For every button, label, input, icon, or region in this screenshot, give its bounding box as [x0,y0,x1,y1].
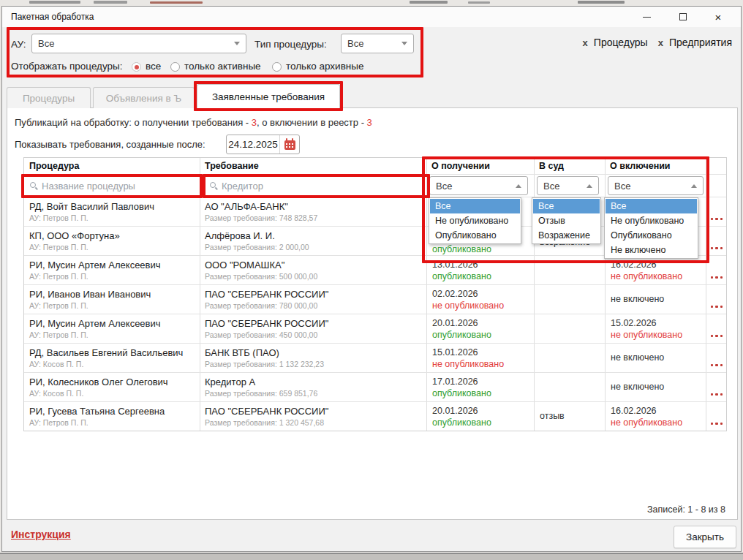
tab-announcements[interactable]: Объявления в Ъ [93,87,195,108]
creditor-search-placeholder: Кредитор [222,181,263,192]
cell-creditor: Кредитор А [205,377,255,387]
au-select[interactable]: Все [31,34,246,53]
dropdown-option[interactable]: Все [430,199,520,213]
tab-label: Объявления в Ъ [106,93,181,104]
row-actions-button[interactable] [706,298,728,311]
proc-type-label: Тип процедуры: [254,39,327,50]
inclusion-filter-select[interactable]: Все [608,176,704,195]
cell-procedure: РИ, Мусин Артем Алексеевич [29,318,161,329]
dropdown-option[interactable]: Все [533,199,600,213]
cell-procedure: РД, Войт Василий Павлович [29,201,154,212]
cell-receipt-date: 13.01.2026 [432,260,478,270]
column-header-procedure[interactable]: Процедура [24,158,200,174]
au-label: АУ: [11,39,26,50]
cell-inclusion-status: не опубликовано [611,330,682,340]
au-select-value: Все [38,38,234,49]
instruction-link[interactable]: Инструкция [11,529,71,540]
column-header-inclusion[interactable]: О включении [605,158,706,174]
dropdown-option[interactable]: Опубликовано [430,228,520,243]
cell-procedure: РД, Васильев Евгений Васильевич [29,347,183,358]
cell-procedure: РИ, Иванов Иван Иванович [29,289,151,300]
chevron-up-icon [516,184,521,188]
calendar-icon [284,140,295,150]
table-row[interactable]: РИ, Гусева Татьяна Сергеевна АУ: Петров … [24,401,726,431]
background-artifact [468,1,490,4]
maximize-button[interactable] [671,8,695,26]
titlebar-actions: x Процедуры x Предприятия [583,37,732,48]
receipt-filter-dropdown: Все Не опубликовано Опубликовано [429,197,521,244]
chevron-down-icon [401,42,407,45]
row-actions-button[interactable] [706,356,728,369]
cell-amount: Размер требования: 500 000,00 [205,272,317,281]
display-procedures-label: Отображать процедуры: [11,61,123,72]
background-artifact [94,1,127,4]
receipt-filter-select[interactable]: Все [429,176,528,195]
dropdown-option[interactable]: Опубликовано [606,228,697,243]
dropdown-option[interactable]: Не опубликовано [430,213,520,228]
table-row[interactable]: РИ, Иванов Иван Иванович АУ: Петров П. П… [24,284,726,314]
column-header-claim[interactable]: Требование [200,158,426,174]
cell-amount: Размер требования: 659 851,76 [205,389,317,398]
row-actions-button[interactable] [706,415,728,428]
cell-receipt-status: опубликовано [432,417,491,428]
chevron-up-icon [587,184,592,188]
cell-procedure: КП, ООО «Фортуна» [29,230,120,241]
background-artifact [578,1,625,4]
cell-amount: Размер требования: 748 828,57 [205,213,317,222]
close-dialog-button[interactable]: Закрыть [674,526,736,548]
date-filter-control: 24.12.2025 [226,135,300,154]
window-title: Пакетная обработка [11,12,94,22]
radio-all[interactable] [132,62,141,72]
clear-enterprises-label: Предприятия [669,37,732,48]
radio-archive-only[interactable] [272,62,282,72]
tab-procedures[interactable]: Процедуры [7,87,91,108]
cell-creditor: ПАО "СБЕРБАНК РОССИИ" [205,318,328,329]
minimize-button[interactable] [634,8,659,26]
table-row[interactable]: РИ, Колесников Олег Олегович АУ: Косов П… [24,372,726,401]
tab-claims[interactable]: Заявленные требования [197,84,340,108]
radio-active-only[interactable] [170,62,180,72]
row-actions-button[interactable] [706,239,728,252]
background-window-edge [0,553,743,560]
minimize-icon [643,17,651,18]
dropdown-option[interactable]: Отзыв [533,213,600,228]
row-actions-button[interactable] [706,385,728,398]
cell-receipt-date: 17.01.2026 [432,377,478,387]
dropdown-option[interactable]: Не опубликовано [606,213,697,228]
cell-creditor: БАНК ВТБ (ПАО) [205,347,279,358]
cell-creditor: ПАО "СБЕРБАНК РОССИИ" [205,406,328,417]
calendar-button[interactable] [280,135,299,154]
dropdown-option[interactable]: Возражение [533,228,600,243]
column-header-court[interactable]: В суд [534,158,605,174]
clear-enterprises-button[interactable]: x Предприятия [658,37,732,48]
clear-procedures-button[interactable]: x Процедуры [583,37,648,48]
proc-type-select[interactable]: Все [341,34,414,53]
table-row[interactable]: РИ, Мусин Артем Алексеевич АУ: Петров П.… [24,314,726,343]
claims-table: Процедура Требование О получении В суд О… [23,157,727,431]
chevron-up-icon [691,184,697,188]
procedure-search-input[interactable]: Название процедуры [26,177,197,195]
row-actions-button[interactable] [706,210,728,223]
records-count: Записей: 1 - 8 из 8 [647,504,725,515]
table-row[interactable]: РИ, Мусин Артем Алексеевич АУ: Петров П.… [24,255,726,284]
titlebar[interactable]: Пакетная обработка × [2,7,741,27]
date-input[interactable]: 24.12.2025 [227,139,279,150]
summary-text: , о включении в реестр - [257,117,367,128]
cell-receipt-status: не опубликовано [432,300,504,311]
row-actions-button[interactable] [706,268,728,281]
court-filter-select[interactable]: Все [537,176,599,195]
dropdown-option[interactable]: Все [606,199,697,213]
table-row[interactable]: РД, Васильев Евгений Васильевич АУ: Косо… [24,343,726,372]
cell-amount: Размер требования: 780 000,00 [205,301,317,310]
cell-receipt-status: опубликовано [432,244,491,254]
summary-text: Публикаций на обработку: о получении тре… [15,117,252,128]
cell-receipt-date: 20.01.2026 [432,406,478,416]
background-artifact [410,1,448,4]
dropdown-option[interactable]: Не включено [606,243,697,257]
column-header-receipt[interactable]: О получении [426,158,534,174]
cell-inclusion-date: 16.02.2026 [611,406,657,416]
close-button[interactable]: × [706,8,731,26]
row-actions-button[interactable] [706,327,728,340]
cell-inclusion-date: 16.02.2026 [611,260,657,270]
creditor-search-input[interactable]: Кредитор [205,177,425,195]
